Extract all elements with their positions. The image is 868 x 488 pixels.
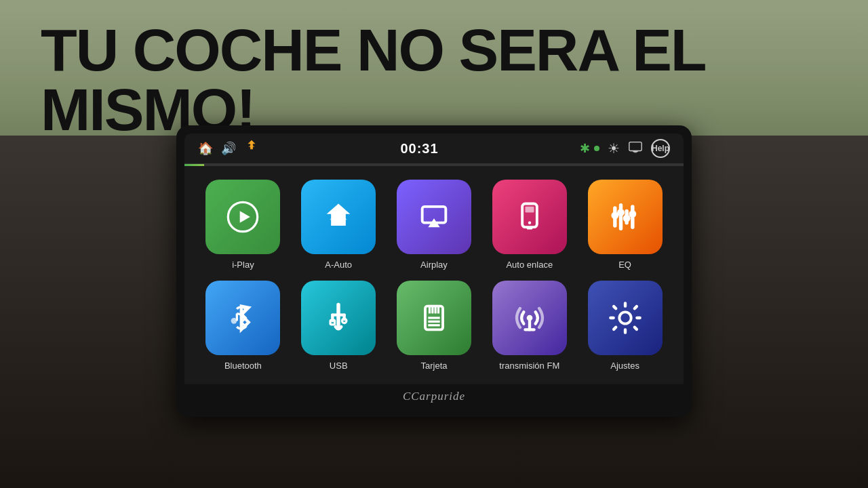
airplay-icon [397,180,471,254]
ajustes-label: Ajustes [610,361,639,371]
app-eq[interactable]: EQ [583,180,667,270]
app-aauto[interactable]: A-Auto [296,180,381,270]
fm-icon [492,281,567,355]
app-grid: i-Play A-Auto [184,166,684,384]
svg-rect-0 [629,142,642,150]
carpuride-device: 🏠 🔊 00:31 ✱ ☀ Help [176,125,692,417]
svg-rect-8 [525,207,534,213]
aauto-label: A-Auto [325,260,352,270]
svg-point-16 [617,209,625,216]
svg-rect-10 [526,227,532,229]
svg-point-9 [528,222,531,224]
device-screen: 🏠 🔊 00:31 ✱ ☀ Help [184,134,684,409]
aauto-icon [301,180,376,254]
iplay-icon [205,180,280,254]
progress-fill [184,164,204,166]
usb-icon [301,281,376,355]
autoenlace-label: Auto enlace [506,260,553,270]
eq-icon [588,180,663,254]
progress-bar [184,164,684,166]
app-autoenlace[interactable]: Auto enlace [487,180,572,270]
svg-point-38 [526,315,532,321]
home-icon[interactable]: 🏠 [198,141,213,156]
ajustes-icon [588,281,663,355]
help-button[interactable]: Help [651,139,670,158]
svg-rect-1 [633,150,637,152]
bt-connected-dot [594,146,599,151]
app-ajustes[interactable]: Ajustes [583,281,667,371]
brand-logo: CCarpuride [403,390,465,403]
app-usb[interactable]: USB [296,281,381,371]
tarjeta-icon [397,281,471,355]
svg-line-21 [237,314,243,315]
brightness-icon[interactable]: ☀ [608,140,620,157]
bluetooth-icon [205,281,280,355]
carplay-icon[interactable] [244,139,259,158]
svg-point-18 [629,210,636,218]
autoenlace-icon [492,180,567,254]
brand-bar: CCarpuride [184,384,684,409]
app-airplay[interactable]: Airplay [392,180,477,270]
svg-point-27 [342,319,347,323]
bluetooth-status-icon: ✱ [580,141,590,156]
screenshot-icon[interactable] [628,140,643,158]
clock-display: 00:31 [267,141,572,157]
volume-icon[interactable]: 🔊 [221,141,236,156]
bluetooth-label: Bluetooth [224,361,262,371]
svg-point-17 [623,215,630,222]
app-tarjeta[interactable]: Tarjeta [392,281,477,371]
svg-rect-26 [330,320,335,325]
fm-label: transmisión FM [499,361,559,371]
page-title: TU COCHE NO SERA EL MISMO! [41,20,827,140]
usb-label: USB [330,361,348,371]
iplay-label: i-Play [232,260,254,270]
app-bluetooth[interactable]: Bluetooth [201,281,285,371]
status-bar: 🏠 🔊 00:31 ✱ ☀ Help [184,134,684,164]
airplay-label: Airplay [420,260,448,270]
svg-marker-4 [240,211,250,222]
svg-rect-2 [634,152,637,152]
tarjeta-label: Tarjeta [420,361,447,371]
eq-label: EQ [618,260,631,270]
app-fm[interactable]: transmisión FM [487,281,572,371]
app-iplay[interactable]: i-Play [201,180,285,270]
